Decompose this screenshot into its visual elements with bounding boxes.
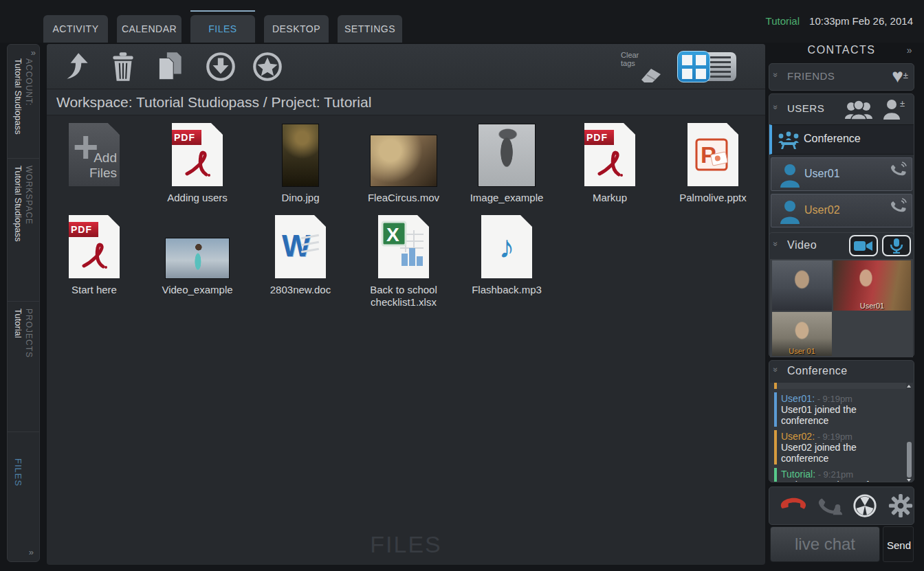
video-thumbnail — [166, 238, 229, 278]
chat-time: - 9:19pm — [815, 432, 852, 442]
file-name: Back to school checklist1.xlsx — [352, 284, 455, 309]
chat-message: User02: - 9:19pm User02 joined the confe… — [774, 430, 906, 464]
send-button-label: Send — [887, 539, 911, 551]
file-tile[interactable]: W 2803new.doc — [249, 213, 352, 296]
file-tile[interactable]: ♪ Flashback.mp3 — [455, 213, 558, 296]
video-collapse-icon[interactable]: » — [771, 242, 780, 245]
live-chat-input[interactable] — [770, 526, 880, 562]
rail-section-files[interactable]: FILES — [8, 432, 39, 539]
file-tile[interactable]: Dino.jpg — [249, 121, 352, 204]
file-name: Start here — [43, 284, 146, 296]
svg-text:±: ± — [900, 98, 905, 109]
excel-icon: X — [381, 221, 429, 276]
video-thumb-user01-b[interactable]: User 01 — [772, 312, 832, 356]
file-name: Palmolive.pptx — [661, 192, 764, 204]
chat-messages: User01: - 9:19pm User01 joined the confe… — [770, 383, 913, 482]
video-box: » Video User01 User 0 — [769, 232, 914, 357]
rail-collapse-icon[interactable]: » — [29, 547, 34, 557]
star-circle-icon — [250, 49, 285, 84]
delete-button[interactable] — [106, 49, 140, 84]
call-icon[interactable] — [890, 197, 908, 215]
scroll-up-arrow[interactable] — [907, 385, 911, 388]
projects-value: Tutorial — [12, 309, 23, 432]
pdf-file-icon: PDF — [69, 215, 120, 278]
file-tile[interactable]: FleaCircus.mov — [352, 121, 455, 204]
rail-section-projects[interactable]: PROJECTS Tutorial — [8, 302, 39, 432]
video-thumb-self[interactable] — [772, 260, 832, 311]
pdf-band: PDF — [65, 222, 98, 237]
pdf-band: PDF — [168, 130, 201, 145]
clear-tags-label-1: Clear — [621, 51, 662, 59]
group-icon[interactable] — [844, 100, 874, 120]
file-name: Video_example — [146, 284, 249, 296]
conference-icon — [778, 131, 800, 150]
heart-icon: ♥ — [892, 65, 903, 87]
copy-button[interactable] — [153, 49, 187, 84]
hang-up-button[interactable] — [780, 493, 806, 519]
image-thumbnail — [478, 124, 535, 186]
tab-settings[interactable]: SETTINGS — [338, 15, 402, 43]
file-tile[interactable]: Image_example — [455, 121, 558, 204]
favorite-button[interactable] — [250, 49, 285, 84]
session-info: Tutorial10:33pm Feb 26, 2014 — [766, 15, 913, 27]
conference-row[interactable]: Conference — [769, 124, 914, 155]
camera-button[interactable] — [849, 235, 878, 256]
xlsx-file-icon: X — [378, 215, 429, 278]
pdf-band: PDF — [580, 130, 614, 145]
account-label: ACCOUNT: — [23, 58, 34, 158]
tab-desktop[interactable]: DESKTOP — [264, 15, 329, 43]
add-friend-button[interactable]: ♥± — [892, 65, 908, 87]
file-tile[interactable]: PDF Adding users — [146, 121, 249, 204]
microphone-button[interactable] — [882, 235, 911, 256]
grid-view-button[interactable] — [677, 51, 710, 82]
microphone-icon — [890, 238, 903, 254]
send-button[interactable]: Send — [883, 526, 914, 562]
chat-input-row: Send — [769, 526, 914, 565]
user-row-user01[interactable]: User01 — [771, 157, 912, 191]
chat-collapse-icon[interactable]: » — [771, 368, 780, 371]
video-thumb-user01-a[interactable]: User01 — [833, 260, 911, 311]
user-row-user02[interactable]: User02 — [771, 194, 912, 227]
word-icon: W — [282, 229, 311, 263]
rail-section-account[interactable]: ACCOUNT: Tutorial Studiopass — [8, 45, 39, 159]
tab-calendar[interactable]: CALENDAR — [117, 15, 182, 43]
pdf-swirl-icon — [77, 238, 111, 273]
chat-scrollbar[interactable] — [907, 442, 912, 478]
powerpoint-icon: P — [695, 138, 731, 174]
add-files-tile[interactable]: + Add Files — [43, 121, 146, 186]
trash-icon — [106, 49, 140, 84]
settings-gear-button[interactable] — [888, 493, 914, 519]
file-name: Flashback.mp3 — [455, 284, 558, 296]
tab-files[interactable]: FILES — [190, 15, 255, 43]
file-tile[interactable]: P Palmolive.pptx — [661, 121, 764, 204]
file-tile[interactable]: X Back to school checklist1.xlsx — [352, 213, 455, 309]
video-grid: User01 User 01 — [770, 259, 913, 357]
file-tile[interactable]: PDF Start here — [43, 213, 146, 296]
friends-box: » FRIENDS ♥± — [769, 63, 914, 91]
file-tile[interactable]: PDF Markup — [558, 121, 661, 204]
download-button[interactable] — [204, 49, 238, 84]
pdf-swirl-icon — [180, 146, 214, 181]
rail-section-workspace[interactable]: WORKSPACE Tutorial Studiopass — [8, 159, 39, 302]
call-icon[interactable] — [890, 161, 908, 179]
scroll-down-arrow[interactable] — [907, 479, 911, 482]
pdf-file-icon: PDF — [172, 123, 223, 186]
add-user-icon[interactable]: ± — [882, 98, 907, 120]
tab-activity[interactable]: ACTIVITY — [43, 15, 108, 43]
contacts-panel: CONTACTS » » FRIENDS ♥± » USERS — [769, 44, 914, 565]
chat-message: User01: - 9:19pm User01 joined the confe… — [774, 392, 906, 427]
add-to-call-button[interactable] — [817, 493, 844, 519]
up-folder-button[interactable] — [59, 49, 94, 84]
file-name: Image_example — [455, 192, 558, 204]
share-wheel-button[interactable] — [852, 493, 878, 519]
user02-label: User02 — [804, 204, 840, 216]
chat-time: - 9:19pm — [815, 394, 852, 404]
clear-tags-button[interactable]: Clear tags — [621, 51, 662, 67]
file-tile[interactable]: Video_example — [146, 213, 249, 296]
conference-chat-label: Conference — [787, 365, 848, 377]
contacts-collapse-icon[interactable]: » — [907, 45, 913, 56]
users-collapse-icon[interactable]: » — [771, 105, 780, 109]
friends-collapse-icon[interactable]: » — [771, 73, 780, 76]
download-icon — [204, 49, 238, 84]
music-note-icon: ♪ — [481, 215, 532, 278]
